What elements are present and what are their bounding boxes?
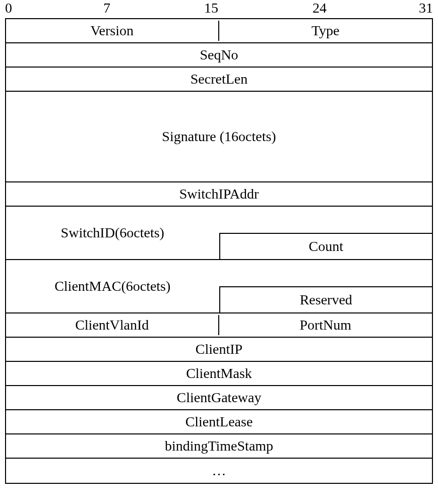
row-switchid-count: SwitchID(6octets) Count	[6, 207, 432, 260]
field-switchip: SwitchIPAddr	[6, 184, 432, 204]
field-clientmac: ClientMAC(6octets)	[6, 260, 219, 312]
row-clientgw: ClientGateway	[6, 386, 432, 410]
field-clientlease: ClientLease	[6, 412, 432, 432]
field-switchid: SwitchID(6octets)	[6, 207, 219, 259]
tick-0: 0	[5, 0, 12, 16]
field-version: Version	[6, 21, 219, 41]
field-bindingts: bindingTimeStamp	[6, 436, 432, 456]
field-clientgw: ClientGateway	[6, 388, 432, 408]
row-version-type: Version Type	[6, 19, 432, 43]
field-clientip: ClientIP	[6, 339, 432, 359]
row-vlan-port: ClientVlanId PortNum	[6, 313, 432, 338]
tick-24: 24	[312, 0, 327, 16]
row-clientmask: ClientMask	[6, 362, 432, 386]
tick-7: 7	[103, 0, 110, 16]
row-clientip: ClientIP	[6, 338, 432, 362]
bit-ruler: 0 7 15 24 31	[5, 0, 433, 18]
field-seqno: SeqNo	[6, 45, 432, 65]
row-secretlen: SecretLen	[6, 68, 432, 92]
field-reserved: Reserved	[219, 286, 432, 312]
tick-31: 31	[419, 0, 433, 16]
field-count: Count	[219, 233, 432, 259]
tick-15: 15	[204, 0, 218, 16]
field-type: Type	[219, 21, 432, 41]
row-switchip: SwitchIPAddr	[6, 182, 432, 207]
field-signature: Signature (16octets)	[6, 127, 432, 147]
field-clientmask: ClientMask	[6, 363, 432, 384]
row-signature: Signature (16octets)	[6, 92, 432, 182]
row-more: …	[6, 459, 432, 483]
row-seqno: SeqNo	[6, 43, 432, 68]
field-secretlen: SecretLen	[6, 69, 432, 89]
field-clientvlan: ClientVlanId	[6, 315, 219, 335]
row-clientlease: ClientLease	[6, 410, 432, 434]
field-portnum: PortNum	[219, 315, 432, 335]
row-bindingts: bindingTimeStamp	[6, 434, 432, 459]
field-more: …	[6, 461, 432, 481]
packet-box: Version Type SeqNo SecretLen Signature (…	[5, 18, 433, 484]
row-clientmac-reserved: ClientMAC(6octets) Reserved	[6, 260, 432, 313]
packet-layout-diagram: 0 7 15 24 31 Version Type SeqNo SecretLe…	[0, 0, 438, 504]
